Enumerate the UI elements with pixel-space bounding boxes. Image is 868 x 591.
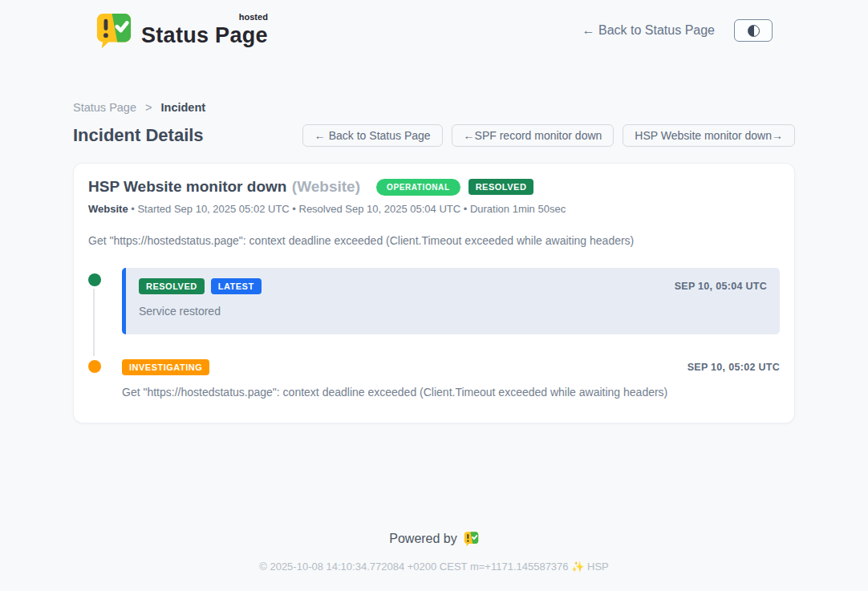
timeline-latest-badge: LATEST <box>211 278 262 294</box>
footer-logo-icon <box>464 531 479 547</box>
incident-component: (Website) <box>292 178 360 195</box>
header-back-link[interactable]: ← Back to Status Page <box>582 23 715 38</box>
timeline-resolved-badge: RESOLVED <box>139 278 205 294</box>
powered-by-label: Powered by <box>389 532 457 546</box>
timeline-timestamp: SEP 10, 05:04 UTC <box>675 281 767 292</box>
brand-name: Status Page <box>141 23 268 47</box>
timeline-dot-orange <box>88 360 101 373</box>
theme-toggle-button[interactable] <box>734 19 773 42</box>
timeline-dot-green <box>88 273 101 286</box>
breadcrumb: Status Page > Incident <box>73 101 795 114</box>
timeline-investigating-badge: INVESTIGATING <box>122 359 209 375</box>
incident-timeline: RESOLVED LATEST SEP 10, 05:04 UTC Servic… <box>88 268 780 399</box>
operational-status-badge: OPERATIONAL <box>376 179 460 196</box>
page-title: Incident Details <box>73 125 204 146</box>
resolved-status-badge: RESOLVED <box>468 179 534 195</box>
timeline-entry-investigating: INVESTIGATING SEP 10, 05:02 UTC Get "htt… <box>88 359 780 399</box>
brand-hosted-badge: hosted <box>239 12 268 22</box>
incident-description: Get "https://hostedstatus.page": context… <box>88 234 780 247</box>
incident-title: HSP Website monitor down <box>88 178 286 195</box>
incident-nav-buttons: ← Back to Status Page ←SPF record monito… <box>302 124 795 147</box>
prev-incident-button[interactable]: ←SPF record monitor down <box>452 124 614 147</box>
breadcrumb-current: Incident <box>161 101 206 114</box>
next-incident-button[interactable]: HSP Website monitor down→ <box>623 124 795 147</box>
status-page-logo-icon <box>95 11 132 50</box>
timeline-message: Service restored <box>139 305 767 318</box>
copyright-text: © 2025-10-08 14:10:34.772084 +0200 CEST … <box>0 561 868 573</box>
incident-meta-component: Website <box>88 203 128 215</box>
incident-meta: Website • Started Sep 10, 2025 05:02 UTC… <box>88 203 780 215</box>
incident-card: HSP Website monitor down (Website) OPERA… <box>73 163 795 423</box>
main-content: Status Page > Incident Incident Details … <box>73 101 795 423</box>
header: Status Page hosted ← Back to Status Page <box>95 0 773 50</box>
back-to-status-page-button[interactable]: ← Back to Status Page <box>302 124 443 147</box>
contrast-icon <box>748 25 760 37</box>
latest-update-panel: RESOLVED LATEST SEP 10, 05:04 UTC Servic… <box>122 268 780 334</box>
timeline-timestamp: SEP 10, 05:02 UTC <box>688 362 780 373</box>
breadcrumb-separator: > <box>145 101 152 114</box>
timeline-message: Get "https://hostedstatus.page": context… <box>122 386 780 399</box>
timeline-connector-line <box>93 289 95 356</box>
brand: Status Page hosted <box>95 11 268 50</box>
breadcrumb-root[interactable]: Status Page <box>73 101 136 114</box>
timeline-entry-resolved: RESOLVED LATEST SEP 10, 05:04 UTC Servic… <box>88 268 780 334</box>
footer: Powered by © 2025-10-08 14:10:34.772084 … <box>0 531 868 573</box>
incident-meta-details: • Started Sep 10, 2025 05:02 UTC • Resol… <box>128 203 566 215</box>
